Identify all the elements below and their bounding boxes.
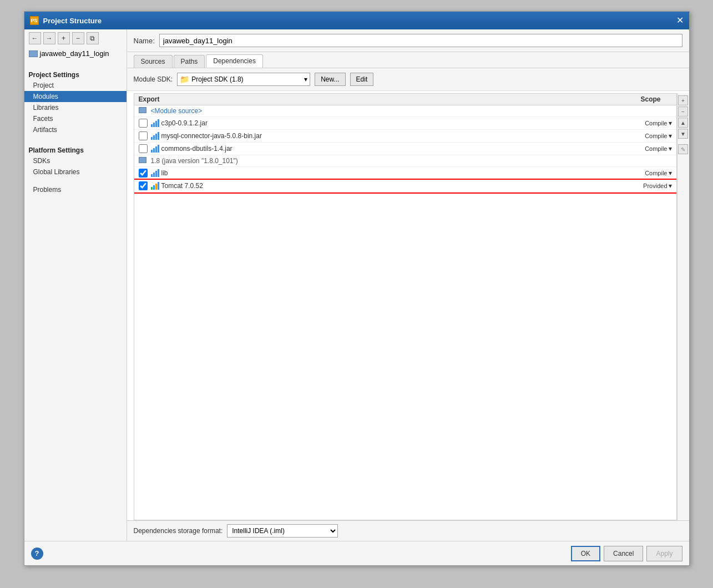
tab-sources[interactable]: Sources xyxy=(134,55,173,68)
tab-paths[interactable]: Paths xyxy=(174,55,205,68)
dep-dbutils-scope[interactable]: Compile ▾ xyxy=(616,145,672,153)
name-label: Name: xyxy=(134,37,155,45)
add-module-button[interactable]: + xyxy=(58,32,70,44)
apply-button[interactable]: Apply xyxy=(646,546,682,561)
dep-mysql-scope-arrow: ▾ xyxy=(669,132,672,140)
module-folder-icon xyxy=(29,50,38,57)
col-scope-header: Scope xyxy=(616,95,672,103)
project-structure-window: PS Project Structure ✕ ← → + − ⧉ javaweb… xyxy=(24,11,690,566)
sidebar-item-modules[interactable]: Modules xyxy=(24,91,127,102)
sidebar-item-global-libraries[interactable]: Global Libraries xyxy=(24,166,127,178)
storage-label: Dependencies storage format: xyxy=(134,527,223,535)
sidebar-item-artifacts[interactable]: Artifacts xyxy=(24,124,127,135)
dep-mysql-name: mysql-connector-java-5.0.8-bin.jar xyxy=(161,132,616,140)
dep-c3p0-name: c3p0-0.9.1.2.jar xyxy=(161,119,616,127)
sidebar: ← → + − ⧉ javaweb_day11_login Project Se… xyxy=(24,29,127,541)
sidebar-item-artifacts-label: Artifacts xyxy=(33,126,57,134)
module-sdk-row: Module SDK: 📁 Project SDK (1.8) ▾ New...… xyxy=(127,68,689,91)
sidebar-item-sdks-label: SDKs xyxy=(33,157,50,165)
sidebar-item-global-libraries-label: Global Libraries xyxy=(33,168,80,176)
sidebar-item-libraries[interactable]: Libraries xyxy=(24,102,127,113)
module-sdk-label: Module SDK: xyxy=(134,75,173,83)
storage-select[interactable]: IntelliJ IDEA (.iml) xyxy=(227,524,338,538)
project-settings-label: Project Settings xyxy=(24,67,127,80)
app-icon: PS xyxy=(30,16,39,25)
remove-module-button[interactable]: − xyxy=(72,32,84,44)
right-sidebar: + − ▲ ▼ ✎ xyxy=(677,93,689,520)
col-export-header: Export xyxy=(139,95,616,103)
storage-row: Dependencies storage format: IntelliJ ID… xyxy=(127,520,689,541)
table-row-tomcat: Tomcat 7.0.52 Provided ▾ xyxy=(134,180,676,192)
dep-c3p0-scope[interactable]: Compile ▾ xyxy=(616,119,672,127)
sidebar-item-project[interactable]: Project xyxy=(24,80,127,91)
new-sdk-button[interactable]: New... xyxy=(315,73,345,86)
remove-dep-button[interactable]: − xyxy=(678,107,688,116)
copy-module-button[interactable]: ⧉ xyxy=(87,32,99,44)
sidebar-item-problems[interactable]: Problems xyxy=(24,184,127,195)
name-input[interactable] xyxy=(159,34,682,47)
back-button[interactable]: ← xyxy=(29,32,41,44)
dep-c3p0-checkbox[interactable] xyxy=(139,119,148,128)
help-button[interactable]: ? xyxy=(31,548,43,560)
move-down-button[interactable]: ▼ xyxy=(678,129,688,139)
dep-tomcat-scope[interactable]: Provided ▾ xyxy=(616,182,672,190)
edit-sdk-button[interactable]: Edit xyxy=(350,73,374,86)
title-bar-left: PS Project Structure xyxy=(30,16,102,25)
sidebar-item-facets[interactable]: Facets xyxy=(24,113,127,124)
sidebar-mid-divider xyxy=(24,135,127,142)
module-item-javaweb[interactable]: javaweb_day11_login xyxy=(24,47,127,60)
dep-lib-scope[interactable]: Compile ▾ xyxy=(616,169,672,177)
dependencies-content: Module SDK: 📁 Project SDK (1.8) ▾ New...… xyxy=(127,68,689,541)
dep-dbutils-checkbox[interactable] xyxy=(139,144,148,153)
dep-tomcat-name: Tomcat 7.0.52 xyxy=(161,182,616,190)
table-row: <Module source> xyxy=(134,105,676,117)
dep-tomcat-checkbox[interactable] xyxy=(139,181,148,190)
bottom-bar: ? OK Cancel Apply xyxy=(24,541,689,565)
sdk-folder-icon: 📁 xyxy=(180,75,189,84)
tab-dependencies[interactable]: Dependencies xyxy=(206,54,263,68)
dep-c3p0-icon xyxy=(151,119,159,127)
dep-lib-scope-arrow: ▾ xyxy=(669,169,672,177)
sidebar-item-project-label: Project xyxy=(33,82,54,89)
cancel-button[interactable]: Cancel xyxy=(604,546,643,561)
forward-button[interactable]: → xyxy=(43,32,55,44)
name-row: Name: xyxy=(127,29,689,52)
window-title: Project Structure xyxy=(43,17,102,25)
table-row: mysql-connector-java-5.0.8-bin.jar Compi… xyxy=(134,130,676,143)
table-area: Export Scope <Module source> xyxy=(127,93,689,520)
bottom-buttons: OK Cancel Apply xyxy=(571,546,682,561)
deps-table-container[interactable]: Export Scope <Module source> xyxy=(134,93,677,520)
ok-button[interactable]: OK xyxy=(571,546,600,561)
dep-tomcat-icon xyxy=(151,182,159,190)
sidebar-top-divider xyxy=(24,60,127,67)
dep-mysql-icon xyxy=(151,132,159,140)
dep-dbutils-icon xyxy=(151,145,159,153)
tabs-row: Sources Paths Dependencies xyxy=(127,52,689,68)
table-row: commons-dbutils-1.4.jar Compile ▾ xyxy=(134,143,676,155)
edit-dep-button[interactable]: ✎ xyxy=(678,144,688,154)
dep-tomcat-scope-arrow: ▾ xyxy=(669,182,672,190)
dep-mysql-checkbox[interactable] xyxy=(139,131,148,140)
table-row: c3p0-0.9.1.2.jar Compile ▾ xyxy=(134,117,676,130)
close-button[interactable]: ✕ xyxy=(676,16,684,25)
dep-module-source-folder-icon xyxy=(139,107,149,115)
sidebar-item-sdks[interactable]: SDKs xyxy=(24,155,127,166)
platform-settings-label: Platform Settings xyxy=(24,142,127,155)
dep-mysql-scope[interactable]: Compile ▾ xyxy=(616,132,672,140)
sdk-dropdown-arrow: ▾ xyxy=(304,75,307,83)
add-dep-button[interactable]: + xyxy=(678,95,688,105)
sidebar-item-facets-label: Facets xyxy=(33,115,53,123)
module-item-label: javaweb_day11_login xyxy=(40,49,109,58)
dep-jdk-name: 1.8 (java version "1.8.0_101") xyxy=(151,157,616,165)
dep-dbutils-name: commons-dbutils-1.4.jar xyxy=(161,145,616,153)
main-panel: Name: Sources Paths Dependencies Mo xyxy=(127,29,689,541)
dep-c3p0-scope-arrow: ▾ xyxy=(669,119,672,127)
dep-lib-checkbox[interactable] xyxy=(139,169,148,178)
main-content: ← → + − ⧉ javaweb_day11_login Project Se… xyxy=(24,29,689,541)
sdk-select[interactable]: 📁 Project SDK (1.8) ▾ xyxy=(177,73,310,86)
sidebar-nav-row: ← → + − ⧉ xyxy=(24,29,127,47)
move-up-button[interactable]: ▲ xyxy=(678,118,688,128)
dep-module-source-name: <Module source> xyxy=(151,107,616,115)
dep-lib-icon xyxy=(151,169,159,177)
deps-table-header: Export Scope xyxy=(134,94,676,105)
